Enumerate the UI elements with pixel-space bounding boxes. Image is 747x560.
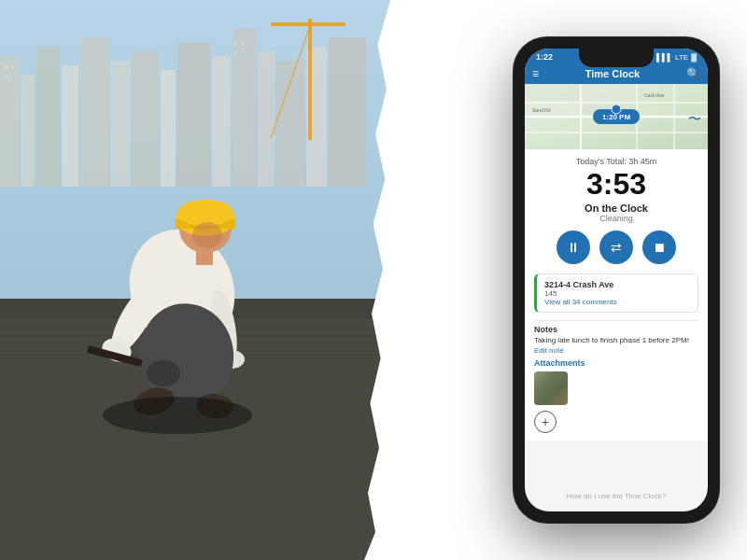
svg-rect-55 <box>583 84 635 101</box>
svg-text:Sand Rd: Sand Rd <box>532 107 551 113</box>
svg-rect-58 <box>639 105 672 115</box>
attachment-thumbnail[interactable] <box>534 371 568 405</box>
svg-rect-10 <box>212 56 231 187</box>
pause-button[interactable]: ⏸ <box>557 231 590 264</box>
help-text[interactable]: How do I use the Time Clock? <box>567 492 666 500</box>
signal-icon: ▌▌▌ <box>656 53 672 62</box>
view-comments-link[interactable]: View all 34 comments <box>544 298 690 306</box>
lte-badge: LTE <box>675 53 688 62</box>
svg-rect-12 <box>258 51 275 187</box>
timer-controls: ⏸ ⇄ ⏹ <box>534 231 698 264</box>
map-area: Sand Rd Cash Ave 1:20 PM 〜 <box>525 84 708 149</box>
stop-icon: ⏹ <box>653 240 666 255</box>
edit-note-link[interactable]: Edit note <box>534 346 698 355</box>
svg-rect-6 <box>110 61 131 187</box>
pause-icon: ⏸ <box>567 240 580 255</box>
battery-icon: ▓ <box>691 53 697 62</box>
svg-point-38 <box>147 360 180 386</box>
phone-device: 1:22 ▌▌▌ LTE ▓ ≡ Time Clock 🔍 <box>514 37 719 523</box>
svg-rect-44 <box>196 250 213 265</box>
phone-container: 1:22 ▌▌▌ LTE ▓ ≡ Time Clock 🔍 <box>514 37 719 523</box>
svg-rect-5 <box>80 37 108 187</box>
task-label: Cleaning <box>534 214 698 223</box>
bottom-help: How do I use the Time Clock? <box>525 485 708 502</box>
phone-screen: 1:22 ▌▌▌ LTE ▓ ≡ Time Clock 🔍 <box>525 49 708 511</box>
svg-rect-4 <box>62 65 78 187</box>
worker-section <box>0 0 439 560</box>
phone-notch <box>579 49 654 67</box>
svg-text:〜: 〜 <box>688 111 701 126</box>
on-the-clock-label: On the Clock <box>534 203 698 214</box>
svg-rect-7 <box>133 51 159 187</box>
svg-rect-1 <box>0 56 19 187</box>
svg-rect-23 <box>271 22 345 26</box>
timer-display: 3:53 <box>534 168 698 201</box>
switch-icon: ⇄ <box>611 240 622 255</box>
location-card: 3214-4 Crash Ave 145 View all 34 comment… <box>534 273 698 313</box>
switch-button[interactable]: ⇄ <box>599 231 633 264</box>
thumbnail-image <box>534 371 568 405</box>
svg-rect-15 <box>329 37 366 187</box>
svg-rect-16 <box>5 65 8 69</box>
notes-divider <box>534 320 698 321</box>
svg-rect-13 <box>276 61 304 187</box>
svg-rect-3 <box>36 47 60 187</box>
svg-rect-19 <box>233 42 237 46</box>
add-attachment-button[interactable]: + <box>534 411 557 433</box>
svg-rect-22 <box>308 19 312 140</box>
svg-text:Cash Ave: Cash Ave <box>644 92 665 98</box>
main-content: Today's Total: 3h 45m 3:53 On the Clock … <box>525 149 708 441</box>
notes-section-label: Notes <box>534 325 698 334</box>
todays-total: Today's Total: 3h 45m <box>534 157 698 166</box>
header-title: Time Clock <box>539 68 686 79</box>
svg-rect-8 <box>161 70 176 187</box>
stop-button[interactable]: ⏹ <box>642 231 676 264</box>
svg-rect-20 <box>241 42 245 46</box>
status-icons: ▌▌▌ LTE ▓ <box>656 53 697 62</box>
status-time: 1:22 <box>536 52 553 62</box>
svg-point-43 <box>192 222 222 248</box>
map-visual: Sand Rd Cash Ave 1:20 PM 〜 <box>525 84 708 149</box>
svg-point-46 <box>103 397 252 434</box>
svg-rect-54 <box>525 84 579 101</box>
location-address: 3214-4 Crash Ave <box>544 280 690 289</box>
location-id: 145 <box>544 289 690 298</box>
attachments-label: Attachments <box>534 358 698 368</box>
svg-rect-17 <box>10 65 14 69</box>
svg-rect-2 <box>21 75 35 187</box>
notes-text: Taking late lunch to finish phase 1 befo… <box>534 336 698 344</box>
search-icon[interactable]: 🔍 <box>686 67 700 80</box>
svg-rect-9 <box>177 42 210 187</box>
menu-icon[interactable]: ≡ <box>532 67 539 80</box>
svg-point-63 <box>612 105 621 114</box>
svg-rect-21 <box>233 51 237 55</box>
svg-point-42 <box>177 200 233 226</box>
svg-rect-18 <box>5 75 8 78</box>
